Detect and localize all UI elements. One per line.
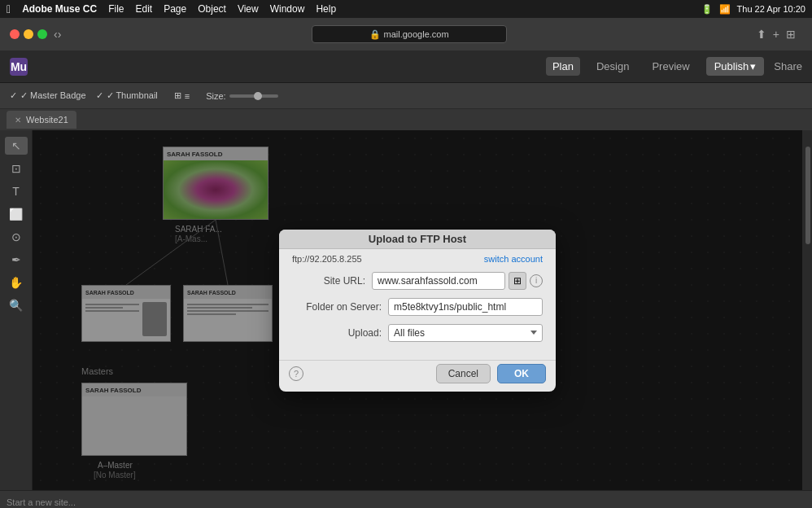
type-tool[interactable]: T bbox=[5, 182, 28, 200]
thumbnail-label: ✓ Thumbnail bbox=[107, 90, 158, 101]
lock-icon: 🔒 bbox=[369, 29, 381, 40]
view-grid-icon[interactable]: ≡ bbox=[185, 91, 190, 101]
app-window: ‹ › 🔒 mail.google.com ⬆ + ⊞ Mu Plan Desi… bbox=[0, 18, 812, 490]
ok-button[interactable]: OK bbox=[497, 364, 546, 383]
hand-tool[interactable]: ✋ bbox=[5, 274, 28, 291]
cancel-button[interactable]: Cancel bbox=[436, 364, 491, 383]
frame-tool[interactable]: ⬜ bbox=[5, 205, 28, 223]
right-sidebar bbox=[802, 130, 812, 490]
dialog-body: Site URL: ⊞ i Folder on Server: bbox=[279, 265, 556, 360]
zoom-tool[interactable]: 🔍 bbox=[5, 296, 28, 314]
muse-logo: Mu bbox=[10, 58, 28, 76]
crop-tool[interactable]: ⊡ bbox=[5, 160, 28, 177]
switch-account-link[interactable]: switch account bbox=[484, 254, 543, 264]
tab-preview[interactable]: Preview bbox=[645, 57, 696, 76]
help-icon[interactable]: ? bbox=[289, 366, 303, 381]
ftp-info-row: ftp://92.205.8.255 switch account bbox=[279, 249, 556, 265]
selection-tool[interactable]: ↖ bbox=[5, 137, 28, 155]
wifi-icon: 📶 bbox=[719, 4, 731, 15]
dialog-footer: ? Cancel OK bbox=[279, 360, 556, 392]
size-label: Size: bbox=[206, 91, 225, 101]
browser-titlebar: ‹ › 🔒 mail.google.com ⬆ + ⊞ bbox=[0, 18, 812, 50]
site-url-input[interactable] bbox=[372, 272, 505, 290]
upload-label: Upload: bbox=[292, 327, 382, 339]
ellipse-tool[interactable]: ⊙ bbox=[5, 228, 28, 246]
url-bar[interactable]: 🔒 mail.google.com bbox=[312, 25, 507, 43]
site-url-field-wrap: ⊞ i bbox=[372, 272, 543, 290]
tab-filename: Website21 bbox=[26, 115, 68, 125]
dialog-title: Upload to FTP Host bbox=[369, 233, 466, 245]
view-menu[interactable]: View bbox=[238, 3, 259, 15]
menu-bar:  Adobe Muse CC File Edit Page Object Vi… bbox=[0, 0, 812, 18]
edit-menu[interactable]: Edit bbox=[135, 3, 152, 15]
sidebar-toggle-icon[interactable]: ⊞ bbox=[786, 28, 796, 41]
tools-sidebar: ↖ ⊡ T ⬜ ⊙ ✒ ✋ 🔍 bbox=[0, 130, 33, 490]
thumbnail-checkbox[interactable]: ✓ bbox=[96, 90, 103, 101]
tab-close-icon[interactable]: ✕ bbox=[15, 116, 21, 125]
minimize-button[interactable] bbox=[24, 29, 33, 39]
site-url-copy-icon[interactable]: ⊞ bbox=[509, 272, 526, 290]
view-list-icon[interactable]: ⊞ bbox=[174, 90, 181, 101]
dialog-titlebar: Upload to FTP Host bbox=[279, 230, 556, 249]
maximize-button[interactable] bbox=[37, 29, 47, 39]
plan-canvas[interactable]: SARAH FASSOLD SARAH FA... [A-Mas... SARA… bbox=[33, 130, 802, 490]
bottom-bar: Start a new site... bbox=[0, 490, 812, 508]
new-tab-icon[interactable]: + bbox=[773, 28, 779, 41]
battery-icon: 🔋 bbox=[701, 4, 713, 15]
file-menu[interactable]: File bbox=[108, 3, 124, 15]
tab-share[interactable]: Share bbox=[774, 60, 802, 72]
folder-row: Folder on Server: bbox=[292, 298, 543, 316]
size-slider[interactable] bbox=[229, 94, 278, 98]
master-badge-checkbox[interactable]: ✓ bbox=[10, 90, 17, 101]
window-menu[interactable]: Window bbox=[270, 3, 305, 15]
share-browser-icon[interactable]: ⬆ bbox=[757, 28, 766, 41]
close-button[interactable] bbox=[10, 29, 20, 39]
modal-overlay: Upload to FTP Host ftp://92.205.8.255 sw… bbox=[33, 130, 802, 490]
site-url-label: Site URL: bbox=[292, 275, 365, 287]
datetime: Thu 22 Apr 10:20 bbox=[737, 4, 805, 14]
publish-arrow-icon: ▾ bbox=[750, 60, 756, 72]
app-name-menu[interactable]: Adobe Muse CC bbox=[22, 3, 97, 15]
dialog-buttons: Cancel OK bbox=[436, 364, 546, 383]
site-url-row: Site URL: ⊞ i bbox=[292, 272, 543, 290]
main-content: ↖ ⊡ T ⬜ ⊙ ✒ ✋ 🔍 SARAH FASSOLD SARAH FA..… bbox=[0, 130, 812, 490]
muse-appbar: Mu Plan Design Preview Publish ▾ Share bbox=[0, 50, 812, 83]
upload-select[interactable]: All files Changed files only Specific fi… bbox=[388, 324, 543, 342]
apple-menu[interactable]:  bbox=[7, 2, 11, 15]
master-badge-label: ✓ Master Badge bbox=[20, 90, 86, 101]
ftp-address: ftp://92.205.8.255 bbox=[292, 254, 362, 264]
folder-input[interactable] bbox=[388, 298, 543, 316]
page-menu[interactable]: Page bbox=[164, 3, 186, 15]
upload-row: Upload: All files Changed files only Spe… bbox=[292, 324, 543, 342]
folder-label: Folder on Server: bbox=[292, 301, 382, 313]
bottom-hint: Start a new site... bbox=[7, 497, 76, 507]
pen-tool[interactable]: ✒ bbox=[5, 251, 28, 269]
tab-design[interactable]: Design bbox=[590, 57, 635, 76]
document-tab-bar: ✕ Website21 bbox=[0, 109, 812, 130]
vertical-scrollbar[interactable] bbox=[805, 147, 810, 244]
website-tab[interactable]: ✕ Website21 bbox=[7, 111, 76, 129]
tab-publish[interactable]: Publish ▾ bbox=[706, 57, 765, 76]
help-menu[interactable]: Help bbox=[316, 3, 336, 15]
url-text: mail.google.com bbox=[384, 29, 449, 39]
tab-plan[interactable]: Plan bbox=[546, 57, 580, 76]
publish-label: Publish bbox=[714, 60, 749, 72]
upload-ftp-dialog: Upload to FTP Host ftp://92.205.8.255 sw… bbox=[279, 230, 556, 392]
site-url-info-icon[interactable]: i bbox=[530, 274, 543, 287]
object-menu[interactable]: Object bbox=[198, 3, 226, 15]
muse-toolbar: ✓ ✓ Master Badge ✓ ✓ Thumbnail ⊞ ≡ Size: bbox=[0, 83, 812, 109]
